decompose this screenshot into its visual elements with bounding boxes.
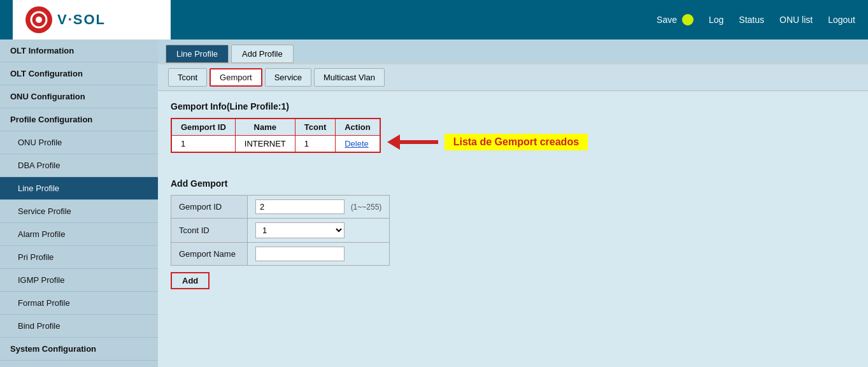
- sidebar-item-olt-configuration[interactable]: OLT Configuration: [0, 62, 158, 85]
- status-indicator: [682, 14, 694, 25]
- tab-add-profile[interactable]: Add Profile: [231, 45, 294, 63]
- arrow-head: [387, 134, 400, 150]
- sidebar-item-format-profile[interactable]: Format Profile: [0, 292, 158, 315]
- cell-gemport-id: 1: [171, 136, 235, 153]
- label-gemport-id: Gemport ID: [171, 196, 248, 219]
- sidebar-item-olt-information[interactable]: OLT Information: [0, 40, 158, 62]
- subtab-service[interactable]: Service: [265, 68, 311, 87]
- add-gemport-form: Gemport ID (1~~255) Tcont ID 1 2 3: [171, 195, 390, 266]
- col-tcont: Tcont: [295, 119, 335, 136]
- logo-area: V·SOL: [13, 0, 171, 40]
- logout-link[interactable]: Logout: [828, 15, 855, 25]
- value-gemport-id: (1~~255): [248, 196, 390, 219]
- content-area: Gemport Info(Line Profile:1) Gemport ID …: [158, 91, 868, 299]
- value-gemport-name: [248, 243, 390, 266]
- value-tcont-id: 1 2 3: [248, 219, 390, 243]
- label-tcont-id: Tcont ID: [171, 219, 248, 243]
- col-name: Name: [235, 119, 295, 136]
- range-hint: (1~~255): [351, 203, 382, 212]
- subtab-gemport[interactable]: Gemport: [210, 68, 262, 87]
- sidebar-item-igmp-profile[interactable]: IGMP Profile: [0, 269, 158, 292]
- add-button[interactable]: Add: [171, 272, 210, 289]
- input-gemport-id[interactable]: [255, 199, 345, 214]
- select-tcont-id[interactable]: 1 2 3: [255, 222, 345, 238]
- sub-tab-bar: Tcont Gemport Service Multicast Vlan: [158, 64, 868, 91]
- sidebar-item-bind-profile[interactable]: Bind Profile: [0, 315, 158, 338]
- sidebar: OLT Information OLT Configuration ONU Co…: [0, 40, 158, 367]
- layout: OLT Information OLT Configuration ONU Co…: [0, 40, 868, 367]
- sidebar-item-system-configuration[interactable]: System Configuration: [0, 338, 158, 361]
- sidebar-item-service-profile[interactable]: Service Profile: [0, 200, 158, 223]
- label-gemport-name: Gemport Name: [171, 243, 248, 266]
- sidebar-item-onu-profile[interactable]: ONU Profile: [0, 131, 158, 154]
- top-tab-bar: Line Profile Add Profile: [158, 40, 868, 64]
- logo-text: V·SOL: [57, 11, 106, 28]
- save-area: Save: [657, 14, 694, 25]
- status-link[interactable]: Status: [739, 15, 764, 25]
- form-row-gemport-id: Gemport ID (1~~255): [171, 196, 390, 219]
- header: V·SOL Save Log Status ONU list Logout: [0, 0, 868, 40]
- col-gemport-id: Gemport ID: [171, 119, 235, 136]
- header-right: Save Log Status ONU list Logout: [657, 14, 855, 25]
- sidebar-item-line-profile[interactable]: Line Profile: [0, 177, 158, 200]
- save-label: Save: [657, 15, 677, 25]
- gemport-table: Gemport ID Name Tcont Action 1 INTERNET …: [171, 118, 381, 153]
- onu-list-link[interactable]: ONU list: [779, 15, 813, 25]
- logo-icon: [25, 6, 52, 33]
- col-action: Action: [336, 119, 380, 136]
- arrow-annotation: Lista de Gemport creados: [387, 134, 588, 150]
- cell-tcont: 1: [295, 136, 335, 153]
- tab-line-profile[interactable]: Line Profile: [166, 45, 229, 63]
- delete-link[interactable]: Delete: [345, 139, 369, 148]
- form-row-gemport-name: Gemport Name: [171, 243, 390, 266]
- annotation-row: Gemport ID Name Tcont Action 1 INTERNET …: [171, 118, 855, 166]
- subtab-tcont[interactable]: Tcont: [168, 68, 207, 87]
- subtab-multicast-vlan[interactable]: Multicast Vlan: [314, 68, 385, 87]
- svg-point-2: [36, 17, 42, 23]
- sidebar-item-profile-configuration[interactable]: Profile Configuration: [0, 108, 158, 131]
- sidebar-item-onu-configuration[interactable]: ONU Configuration: [0, 85, 158, 108]
- sidebar-item-pri-profile[interactable]: Pri Profile: [0, 246, 158, 269]
- log-link[interactable]: Log: [709, 15, 723, 25]
- main-content: Line Profile Add Profile Tcont Gemport S…: [158, 40, 868, 367]
- annotation-label: Lista de Gemport creados: [445, 134, 588, 150]
- arrow-shaft: [400, 140, 438, 144]
- add-gemport-title: Add Gemport: [171, 178, 855, 189]
- sidebar-item-dba-profile[interactable]: DBA Profile: [0, 154, 158, 177]
- table-row: 1 INTERNET 1 Delete: [171, 136, 380, 153]
- input-gemport-name[interactable]: [255, 247, 345, 261]
- gemport-info-title: Gemport Info(Line Profile:1): [171, 101, 855, 112]
- form-row-tcont-id: Tcont ID 1 2 3: [171, 219, 390, 243]
- cell-name: INTERNET: [235, 136, 295, 153]
- sidebar-item-alarm-profile[interactable]: Alarm Profile: [0, 223, 158, 246]
